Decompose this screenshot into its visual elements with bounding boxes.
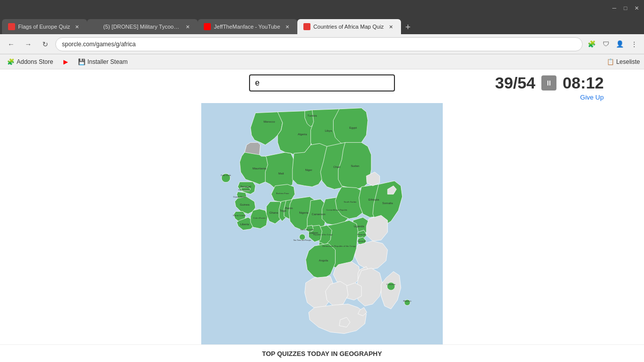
country-comoros[interactable] <box>387 283 395 291</box>
tab-label-youtube: JeffTheManface - YouTube <box>214 24 280 30</box>
back-button[interactable]: ← <box>4 37 18 51</box>
minimize-button[interactable]: ─ <box>611 5 618 12</box>
bookmark-youtube[interactable]: ▶ <box>60 57 71 66</box>
close-button[interactable]: ✕ <box>633 5 640 12</box>
forward-button[interactable]: → <box>21 37 35 51</box>
pause-button[interactable]: ⏸ <box>541 75 556 90</box>
country-gambia[interactable] <box>240 187 251 191</box>
window-controls: ─ □ ✕ <box>611 5 640 12</box>
top-quizzes-section: TOP QUIZZES TODAY IN GEOGRAPHY <box>0 344 644 362</box>
steam-label: Installer Steam <box>88 58 128 65</box>
address-icons: 🧩 🛡 👤 ⋮ <box>586 38 640 50</box>
maximize-button[interactable]: □ <box>622 5 629 12</box>
leseliste-icon: 📋 <box>607 58 614 65</box>
leseliste-button[interactable]: 📋 Leseliste <box>607 58 640 65</box>
tab-flags-europe[interactable]: Flags of Europe Quiz ✕ <box>2 19 87 34</box>
tabs-bar: Flags of Europe Quiz ✕ (5) [DRONES] Mili… <box>0 16 644 34</box>
quiz-header: 39/54 ⏸ 08:12 <box>0 69 644 97</box>
tab-favicon-drones <box>93 23 100 30</box>
country-egypt[interactable] <box>334 108 368 146</box>
browser-chrome: ─ □ ✕ Flags of Europe Quiz ✕ (5) [DRONES… <box>0 0 644 69</box>
country-cote-divoire[interactable] <box>251 209 268 229</box>
tab-close-youtube[interactable]: ✕ <box>283 23 291 31</box>
bookmark-steam[interactable]: 💾 Installer Steam <box>75 57 131 66</box>
tab-close-flags[interactable]: ✕ <box>73 23 81 31</box>
refresh-button[interactable]: ↻ <box>38 37 52 51</box>
tab-close-africa[interactable]: ✕ <box>387 23 395 31</box>
steam-favicon: 💾 <box>78 58 86 65</box>
tab-drones[interactable]: (5) [DRONES] Military Tycoon - R... ✕ <box>87 19 198 34</box>
tab-label-flags-europe: Flags of Europe Quiz <box>18 24 70 30</box>
leseliste-label: Leseliste <box>616 58 640 65</box>
shield-icon[interactable]: 🛡 <box>600 38 612 50</box>
title-bar: ─ □ ✕ <box>0 0 644 16</box>
address-bar: ← → ↻ sporcle.com/games/g/africa 🧩 🛡 👤 ⋮ <box>0 34 644 54</box>
tab-youtube[interactable]: JeffTheManface - YouTube ✕ <box>198 19 297 34</box>
answer-input[interactable] <box>249 74 395 92</box>
score-timer: 39/54 ⏸ 08:12 <box>495 74 604 93</box>
bookmark-addons[interactable]: 🧩 Addons Store <box>4 57 56 66</box>
map-container: Morocco Algeria Libya Tunisia Egypt Maur… <box>0 103 644 344</box>
country-sao-tome[interactable] <box>299 234 305 240</box>
page-content: 39/54 ⏸ 08:12 Give Up <box>0 69 644 362</box>
new-tab-button[interactable]: + <box>401 20 415 34</box>
tab-africa-quiz[interactable]: Countries of Africa Map Quiz ✕ <box>297 19 401 34</box>
tab-favicon-youtube <box>204 23 211 30</box>
addons-label: Addons Store <box>17 58 53 65</box>
menu-icon[interactable]: ⋮ <box>628 38 640 50</box>
africa-map: Morocco Algeria Libya Tunisia Egypt Maur… <box>199 103 445 344</box>
tab-favicon-africa <box>303 23 310 30</box>
url-text: sporcle.com/games/g/africa <box>62 41 576 48</box>
country-cabo-verde[interactable] <box>221 173 230 183</box>
tab-favicon-flags <box>8 23 15 30</box>
addons-favicon: 🧩 <box>7 58 15 65</box>
tab-label-drones: (5) [DRONES] Military Tycoon - R... <box>103 24 181 30</box>
country-mauritius[interactable] <box>405 300 411 306</box>
bookmarks-bar: 🧩 Addons Store ▶ 💾 Installer Steam 📋 Les… <box>0 54 644 69</box>
score-display: 39/54 <box>495 74 535 93</box>
country-sudan[interactable] <box>338 142 371 189</box>
tab-close-drones[interactable]: ✕ <box>184 23 192 31</box>
profile-icon[interactable]: 👤 <box>614 38 626 50</box>
tab-label-africa: Countries of Africa Map Quiz <box>313 24 384 30</box>
top-quizzes-title: TOP QUIZZES TODAY IN GEOGRAPHY <box>262 350 382 357</box>
timer-display: 08:12 <box>562 74 604 93</box>
yt-favicon: ▶ <box>63 58 68 65</box>
extensions-icon[interactable]: 🧩 <box>586 38 598 50</box>
url-bar[interactable]: sporcle.com/games/g/africa <box>55 37 583 51</box>
